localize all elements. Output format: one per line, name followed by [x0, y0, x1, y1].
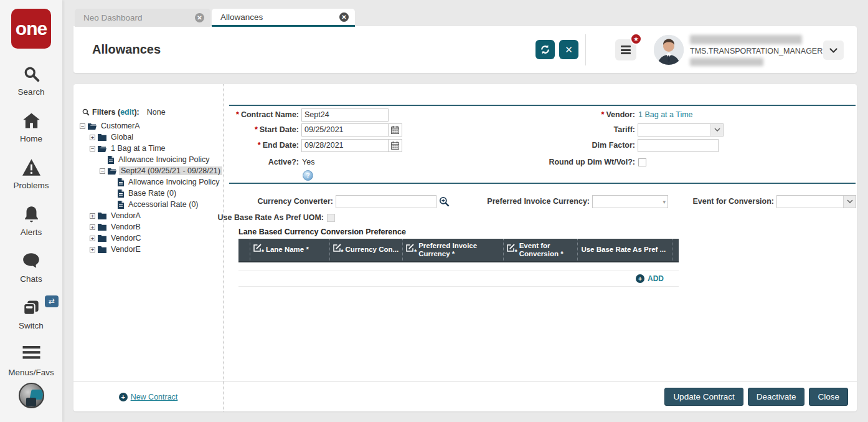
vendor-link[interactable]: 1 Bag at a Time	[638, 110, 693, 119]
sidebar-item-search[interactable]: Search	[0, 65, 62, 97]
preferred-invoice-currency-input[interactable]	[592, 195, 668, 208]
sidebar-item-home[interactable]: Home	[0, 112, 62, 144]
chevron-down-icon: ▾	[663, 199, 666, 205]
lane-table-column-header[interactable]: *Event for Conversion *	[503, 239, 578, 261]
tree-expander[interactable]: +	[90, 236, 95, 241]
lane-table-add-row: + ADD	[238, 271, 679, 287]
refresh-icon	[540, 44, 550, 55]
vendor-label: *Vendor:	[73, 110, 635, 119]
form-section-rule	[229, 183, 856, 184]
bottom-bar: + New Contract Update ContractDeactivate…	[73, 381, 857, 411]
lane-table-column-header[interactable]: *Preferred Invoice Currency *	[402, 239, 503, 261]
favorites-star-badge[interactable]: ★	[630, 33, 642, 45]
sidebar-item-label: Alerts	[21, 228, 42, 237]
tree-node-label: Allowance Invoicing Policy	[126, 178, 222, 186]
help-icon[interactable]: ?	[303, 170, 313, 181]
sidebar-item-switch[interactable]: ⇄Switch	[0, 299, 62, 331]
lane-table-column-header[interactable]: Use Base Rate As Pref ...	[577, 239, 672, 261]
tab-label: Allowances	[220, 12, 339, 22]
tree-node[interactable]: Allowance Invoicing Policy	[77, 176, 220, 188]
lane-table: *Lane Name **Currency Con...*Preferred I…	[238, 239, 679, 287]
header-divider	[585, 34, 586, 65]
sidebar-item-alerts[interactable]: Alerts	[0, 206, 62, 237]
currency-converter-input[interactable]	[336, 195, 436, 208]
avatar-photo	[654, 35, 684, 65]
add-icon[interactable]: +	[636, 274, 644, 283]
edit-icon	[333, 244, 341, 254]
switch-icon: ⇄	[0, 299, 62, 318]
close-button[interactable]: Close	[809, 388, 848, 406]
lookup-icon[interactable]	[439, 196, 450, 207]
sidebar-item-problems[interactable]: Problems	[0, 159, 62, 191]
add-lane-button[interactable]: ADD	[648, 274, 664, 283]
sidebar-item-label: Home	[20, 134, 42, 143]
sidebar-item-label: Switch	[19, 321, 44, 330]
folder-closed-icon	[98, 235, 106, 242]
use-base-rate-uom-label: Use Base Rate As Pref UOM:	[73, 213, 324, 222]
user-role: TMS.TRANSPORTATION_MANAGER	[690, 47, 821, 55]
edit-icon	[253, 244, 262, 254]
tree-expander[interactable]: +	[90, 224, 95, 230]
switch-badge-icon[interactable]: ⇄	[45, 295, 59, 307]
edit-icon	[507, 244, 515, 254]
page-header: Allowances ✕ ★ TMS.TRANSPORTATION_MANAGE…	[73, 26, 857, 73]
sidebar-item-menus-favs[interactable]: Menus/Favs	[0, 346, 62, 378]
use-base-rate-uom-checkbox[interactable]	[327, 214, 335, 222]
column-label: Currency Con...	[346, 246, 399, 254]
action-buttons: Update ContractDeactivateClose	[223, 382, 857, 411]
sidebar-item-label: Menus/Favs	[8, 368, 54, 377]
column-label: Preferred Invoice Currency *	[418, 242, 500, 258]
document-icon	[118, 178, 124, 186]
close-icon: ✕	[565, 44, 573, 55]
sidebar-item-label: Chats	[20, 274, 42, 284]
lane-table-empty-row	[238, 262, 679, 271]
lane-table-column-header[interactable]: *Currency Con...	[329, 239, 403, 261]
sidebar-item-label: Search	[18, 87, 45, 97]
lane-table-column-header[interactable]: *Lane Name *	[250, 239, 329, 261]
new-contract-plus-icon[interactable]: +	[119, 393, 128, 401]
update-contract-button[interactable]: Update Contract	[664, 388, 743, 406]
user-name-redacted	[690, 35, 802, 44]
chevron-down-icon	[710, 124, 723, 136]
user-org-redacted	[690, 58, 763, 66]
tab-neo-dashboard[interactable]: Neo Dashboard ✕	[75, 9, 210, 27]
edit-icon	[406, 244, 414, 254]
close-page-button[interactable]: ✕	[559, 40, 578, 59]
one-logo[interactable]: one	[11, 9, 51, 49]
tree-node[interactable]: +VendorC	[77, 233, 220, 244]
tariff-select[interactable]	[638, 123, 724, 137]
tab-close-icon[interactable]: ✕	[195, 13, 204, 22]
new-contract-link[interactable]: New Contract	[131, 393, 178, 401]
dim-factor-label: Dim Factor:	[73, 141, 635, 150]
deactivate-button[interactable]: Deactivate	[748, 388, 805, 406]
user-info[interactable]: TMS.TRANSPORTATION_MANAGER	[690, 35, 821, 66]
allowances-panel: Filters (edit): None −CustomerA+Global−1…	[73, 84, 857, 411]
problems-icon	[0, 159, 62, 178]
column-label: Event for Conversion *	[519, 242, 575, 258]
round-up-dim-checkbox[interactable]	[638, 158, 646, 166]
chats-icon	[0, 252, 62, 271]
folder-closed-icon	[98, 224, 106, 231]
tab-allowances[interactable]: Allowances ✕	[212, 9, 355, 27]
currency-converter-label: Currency Converter:	[73, 197, 333, 206]
round-up-dim-label: Round up Dim Wt/Vol?:	[73, 158, 635, 166]
lane-table-tail-cell	[672, 239, 679, 261]
sidebar-item-label: Problems	[13, 181, 49, 190]
chevron-down-icon	[829, 48, 837, 53]
user-menu-button[interactable]	[823, 41, 844, 60]
ai-assistant-icon[interactable]	[19, 383, 44, 408]
tree-node[interactable]: +VendorE	[77, 244, 220, 255]
sidebar-item-chats[interactable]: Chats	[0, 252, 62, 284]
user-avatar[interactable]	[654, 35, 684, 65]
tab-close-icon[interactable]: ✕	[339, 12, 349, 22]
home-icon	[0, 112, 62, 131]
form-top-rule	[229, 105, 856, 106]
menus-icon	[0, 346, 62, 365]
tree-expander[interactable]: +	[90, 247, 95, 252]
column-label: Lane Name *	[266, 246, 309, 254]
refresh-button[interactable]	[535, 40, 555, 59]
dim-factor-input[interactable]	[638, 139, 719, 152]
search-icon	[0, 65, 62, 84]
new-contract-area: + New Contract	[73, 382, 223, 411]
event-for-conversion-select[interactable]	[776, 195, 856, 208]
